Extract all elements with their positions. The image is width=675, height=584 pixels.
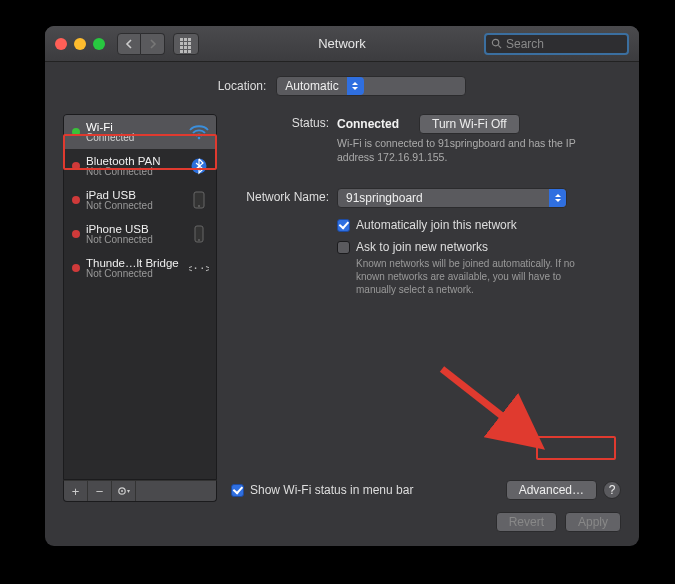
- network-name-label: Network Name:: [231, 188, 337, 304]
- sidebar-item-status: Not Connected: [86, 200, 182, 211]
- auto-join-label: Automatically join this network: [356, 218, 517, 232]
- grid-icon: [180, 38, 192, 50]
- sidebar-item-status: Not Connected: [86, 268, 182, 279]
- service-list[interactable]: Wi-Fi Connected Bluetooth PAN Not Connec…: [63, 114, 217, 480]
- status-row: Status: Connected Turn Wi-Fi Off Wi-Fi i…: [231, 114, 621, 164]
- svg-point-7: [198, 239, 200, 241]
- sidebar-item-thunderbolt-bridge[interactable]: Thunde…lt Bridge Not Connected <··>: [64, 251, 216, 285]
- ask-join-checkbox[interactable]: [337, 241, 350, 254]
- svg-point-10: [121, 490, 123, 492]
- status-value: Connected: [337, 117, 399, 131]
- network-name-value: 91springboard: [346, 191, 423, 205]
- footer: Revert Apply: [45, 502, 639, 546]
- service-actions-button[interactable]: [112, 481, 136, 501]
- titlebar: Network Search: [45, 26, 639, 62]
- location-select[interactable]: Automatic: [276, 76, 466, 96]
- sidebar-item-iphone-usb[interactable]: iPhone USB Not Connected: [64, 217, 216, 251]
- chevron-updown-icon: [549, 189, 566, 207]
- auto-join-row: Automatically join this network: [337, 218, 621, 232]
- wifi-icon: [188, 121, 210, 143]
- revert-button[interactable]: Revert: [496, 512, 557, 532]
- help-button[interactable]: ?: [603, 481, 621, 499]
- device-icon: [188, 223, 210, 245]
- show-all-button[interactable]: [173, 33, 199, 55]
- sidebar-item-ipad-usb[interactable]: iPad USB Not Connected: [64, 183, 216, 217]
- sidebar: Wi-Fi Connected Bluetooth PAN Not Connec…: [63, 114, 217, 502]
- sidebar-item-status: Not Connected: [86, 234, 182, 245]
- content: Wi-Fi Connected Bluetooth PAN Not Connec…: [45, 110, 639, 502]
- thunderbolt-icon: <··>: [188, 257, 210, 279]
- bluetooth-icon: [188, 155, 210, 177]
- apply-button[interactable]: Apply: [565, 512, 621, 532]
- location-value: Automatic: [285, 79, 338, 93]
- auto-join-checkbox[interactable]: [337, 219, 350, 232]
- status-dot-icon: [72, 196, 80, 204]
- forward-button[interactable]: [141, 33, 165, 55]
- back-button[interactable]: [117, 33, 141, 55]
- sidebar-item-status: Not Connected: [86, 166, 182, 177]
- search-placeholder: Search: [506, 37, 544, 51]
- detail-panel: Status: Connected Turn Wi-Fi Off Wi-Fi i…: [231, 114, 621, 502]
- show-status-label: Show Wi-Fi status in menu bar: [250, 483, 413, 497]
- svg-point-2: [198, 136, 201, 139]
- device-icon: [188, 189, 210, 211]
- sidebar-toolbar: + −: [63, 480, 217, 502]
- svg-point-0: [492, 39, 498, 45]
- status-label: Status:: [231, 114, 337, 164]
- svg-text:<··>: <··>: [189, 262, 209, 275]
- detail-bottom-row: Show Wi-Fi status in menu bar Advanced… …: [231, 474, 621, 502]
- search-input[interactable]: Search: [484, 33, 629, 55]
- network-prefs-window: Network Search Location: Automatic Wi-Fi…: [45, 26, 639, 546]
- svg-line-1: [498, 45, 501, 48]
- ask-join-label: Ask to join new networks: [356, 240, 586, 254]
- sidebar-item-bluetooth-pan[interactable]: Bluetooth PAN Not Connected: [64, 149, 216, 183]
- close-icon[interactable]: [55, 38, 67, 50]
- maximize-icon[interactable]: [93, 38, 105, 50]
- sidebar-item-label: Thunde…lt Bridge: [86, 257, 182, 269]
- search-icon: [491, 38, 502, 49]
- gear-icon: [117, 485, 131, 497]
- show-status-checkbox[interactable]: [231, 484, 244, 497]
- location-row: Location: Automatic: [45, 62, 639, 110]
- turn-wifi-off-button[interactable]: Turn Wi-Fi Off: [419, 114, 520, 134]
- chevron-updown-icon: [347, 77, 364, 95]
- status-desc: Wi-Fi is connected to 91springboard and …: [337, 137, 581, 164]
- sidebar-item-wifi[interactable]: Wi-Fi Connected: [64, 115, 216, 149]
- status-dot-icon: [72, 230, 80, 238]
- status-dot-icon: [72, 128, 80, 136]
- traffic-lights: [55, 38, 105, 50]
- nav-buttons: [117, 33, 165, 55]
- location-label: Location:: [218, 79, 267, 93]
- network-name-row: Network Name: 91springboard Automaticall…: [231, 188, 621, 304]
- add-service-button[interactable]: +: [64, 481, 88, 501]
- network-name-select[interactable]: 91springboard: [337, 188, 567, 208]
- sidebar-item-status: Connected: [86, 132, 182, 143]
- minimize-icon[interactable]: [74, 38, 86, 50]
- svg-point-5: [198, 205, 200, 207]
- status-dot-icon: [72, 264, 80, 272]
- status-dot-icon: [72, 162, 80, 170]
- remove-service-button[interactable]: −: [88, 481, 112, 501]
- advanced-button[interactable]: Advanced…: [506, 480, 597, 500]
- ask-join-desc: Known networks will be joined automatica…: [356, 257, 586, 296]
- ask-join-row: Ask to join new networks Known networks …: [337, 240, 621, 296]
